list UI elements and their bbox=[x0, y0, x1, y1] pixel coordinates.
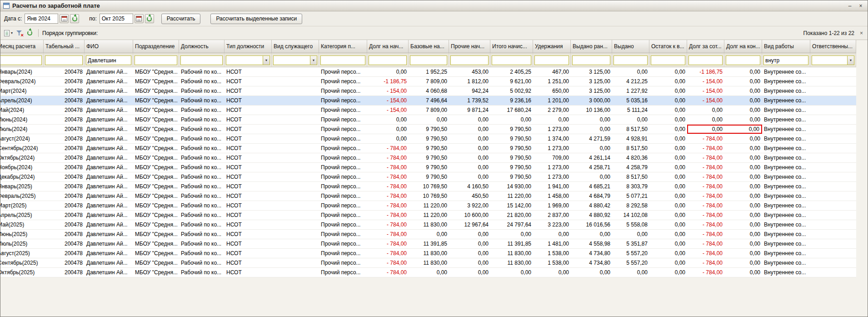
filter-select-employee_kind[interactable]: ▼ bbox=[273, 55, 317, 65]
filter-input-paid_earlier[interactable] bbox=[572, 55, 610, 65]
chevron-down-icon[interactable]: ▼ bbox=[263, 56, 269, 65]
column-header-debt_start[interactable]: Долг на нач... bbox=[367, 40, 409, 53]
refresh-button[interactable] bbox=[27, 30, 33, 36]
date-from-calendar-button[interactable] bbox=[60, 14, 69, 23]
refresh-icon bbox=[146, 16, 152, 22]
table-row[interactable]: Декабрь(2024)200478Давлетшин Ай...МБОУ "… bbox=[0, 172, 856, 182]
table-row[interactable]: Март(2024)200478Давлетшин Ай...МБОУ "Сре… bbox=[0, 86, 856, 96]
cell-responsible bbox=[810, 67, 856, 76]
column-header-other_accruals[interactable]: Прочие нач... bbox=[449, 40, 490, 53]
table-row[interactable]: Май(2024)200478Давлетшин Ай...МБОУ "Сред… bbox=[0, 106, 856, 115]
column-header-paid[interactable]: Выдано bbox=[612, 40, 649, 53]
table-row[interactable]: Февраль(2025)200478Давлетшин Ай...МБОУ "… bbox=[0, 191, 856, 201]
table-row[interactable]: Август(2025)200478Давлетшин Ай...МБОУ "С… bbox=[0, 249, 856, 258]
date-to-reset-button[interactable] bbox=[145, 14, 154, 23]
filter-input-withholdings[interactable] bbox=[534, 55, 569, 65]
chevron-down-icon[interactable]: ▼ bbox=[847, 56, 854, 65]
date-from-reset-button[interactable] bbox=[70, 14, 79, 23]
date-to-calendar-button[interactable] bbox=[135, 14, 144, 23]
column-header-department[interactable]: Подразделение bbox=[133, 40, 179, 53]
cell-withholdings: 1 273,00 bbox=[533, 163, 571, 172]
column-header-total_accrued[interactable]: Итого начис... bbox=[490, 40, 533, 53]
filter-select-responsible[interactable]: ▼ bbox=[812, 55, 854, 65]
table-row[interactable]: Март(2025)200478Давлетшин Ай...МБОУ "Сре… bbox=[0, 201, 856, 211]
cell-department: МБОУ "Средня... bbox=[133, 211, 179, 220]
chevron-down-icon[interactable]: ▼ bbox=[310, 56, 317, 65]
filter-input-tab_number[interactable] bbox=[45, 55, 83, 65]
filter-input-paid[interactable] bbox=[614, 55, 648, 65]
table-row[interactable]: Сентябрь(2025)200478Давлетшин Ай...МБОУ … bbox=[0, 258, 856, 268]
calculate-selected-button[interactable]: Рассчитать выделенные записи bbox=[210, 14, 302, 24]
cell-other_accruals: 0,00 bbox=[449, 230, 490, 239]
column-header-work_kind[interactable]: Вид работы bbox=[762, 40, 810, 53]
column-header-base_accruals[interactable]: Базовые на... bbox=[409, 40, 449, 53]
table-row[interactable]: Апрель(2024)200478Давлетшин Ай...МБОУ "С… bbox=[0, 96, 856, 106]
filter-input-debt_start[interactable] bbox=[369, 55, 407, 65]
close-icon[interactable]: × bbox=[860, 30, 863, 36]
filter-input-work_kind[interactable] bbox=[763, 55, 808, 65]
table-row[interactable]: Июль(2025)200478Давлетшин Ай...МБОУ "Сре… bbox=[0, 239, 856, 249]
cell-fio: Давлетшин Ай... bbox=[85, 106, 133, 115]
column-header-position_type[interactable]: Тип должности bbox=[224, 40, 272, 53]
clear-filter-button[interactable] bbox=[16, 30, 23, 36]
date-to-input[interactable] bbox=[100, 14, 133, 24]
table-row[interactable]: Октябрь(2024)200478Давлетшин Ай...МБОУ "… bbox=[0, 153, 856, 163]
cell-remainder: 0,00 bbox=[649, 134, 687, 143]
table-row[interactable]: Январь(2024)200478Давлетшин Ай...МБОУ "С… bbox=[0, 67, 856, 77]
column-header-position[interactable]: Должность bbox=[179, 40, 224, 53]
cell-work_kind: Внутреннее со... bbox=[762, 96, 810, 105]
table-row[interactable]: Июнь(2025)200478Давлетшин Ай...МБОУ "Сре… bbox=[0, 230, 856, 239]
filter-input-department[interactable] bbox=[135, 55, 177, 65]
table-row[interactable]: Февраль(2024)200478Давлетшин Ай...МБОУ "… bbox=[0, 77, 856, 86]
close-button[interactable]: × bbox=[857, 2, 865, 10]
cell-department: МБОУ "Средня... bbox=[133, 144, 179, 153]
cell-withholdings: 1 374,00 bbox=[533, 134, 571, 143]
filter-cell-paid_earlier bbox=[571, 53, 612, 67]
date-from-input[interactable] bbox=[25, 14, 58, 24]
table-row[interactable]: Апрель(2025)200478Давлетшин Ай...МБОУ "С… bbox=[0, 211, 856, 220]
column-header-debt_end[interactable]: Долг на кон... bbox=[724, 40, 762, 53]
chevron-down-icon[interactable]: ▾ bbox=[11, 31, 13, 35]
column-header-remainder[interactable]: Остаток к в... bbox=[649, 40, 687, 53]
cell-debt_start: 0,00 bbox=[367, 115, 409, 124]
calculate-button[interactable]: Рассчитать bbox=[161, 14, 201, 24]
filter-select-position_type[interactable]: ▼ bbox=[226, 55, 270, 65]
table-row[interactable]: Ноябрь(2024)200478Давлетшин Ай...МБОУ "С… bbox=[0, 163, 856, 172]
filter-input-month[interactable] bbox=[0, 55, 42, 65]
filter-input-debt_employee[interactable] bbox=[688, 55, 723, 65]
column-header-category[interactable]: Категория п... bbox=[319, 40, 367, 53]
column-header-fio[interactable]: ФИО bbox=[85, 40, 133, 53]
table-row[interactable]: Август(2024)200478Давлетшин Ай...МБОУ "С… bbox=[0, 134, 856, 144]
filter-input-debt_end[interactable] bbox=[726, 55, 760, 65]
cell-department: МБОУ "Средня... bbox=[133, 258, 179, 267]
column-header-withholdings[interactable]: Удержания bbox=[533, 40, 571, 53]
export-button[interactable]: ▾ bbox=[4, 30, 13, 36]
column-header-debt_employee[interactable]: Долг за сот... bbox=[687, 40, 724, 53]
cell-remainder: 0,00 bbox=[649, 86, 687, 96]
cell-total_accrued: 11 830,00 bbox=[490, 249, 533, 258]
filter-input-fio[interactable] bbox=[86, 55, 131, 65]
table-row[interactable]: Октябрь(2025)200478Давлетшин Ай...МБОУ "… bbox=[0, 268, 856, 277]
filter-input-total_accrued[interactable] bbox=[492, 55, 531, 65]
cell-category: Прочий персо... bbox=[319, 249, 367, 258]
filter-input-position[interactable] bbox=[180, 55, 223, 65]
minimize-button[interactable]: – bbox=[846, 2, 854, 10]
table-row[interactable]: Июнь(2024)200478Давлетшин Ай...МБОУ "Сре… bbox=[0, 115, 856, 125]
filter-input-remainder[interactable] bbox=[651, 55, 685, 65]
column-header-employee_kind[interactable]: Вид служащего bbox=[272, 40, 319, 53]
column-header-tab_number[interactable]: Табельный ... bbox=[44, 40, 85, 53]
column-header-month[interactable]: Месяц расчета bbox=[0, 40, 44, 53]
table-row[interactable]: Сентябрь(2024)200478Давлетшин Ай...МБОУ … bbox=[0, 144, 856, 153]
table-row[interactable]: Январь(2025)200478Давлетшин Ай...МБОУ "С… bbox=[0, 182, 856, 191]
column-header-responsible[interactable]: Ответственны... bbox=[810, 40, 856, 53]
cell-base_accruals: 9 790,50 bbox=[409, 172, 449, 181]
cell-position: Рабочий по ко... bbox=[179, 125, 224, 134]
table-row[interactable]: Май(2025)200478Давлетшин Ай...МБОУ "Сред… bbox=[0, 220, 856, 230]
filter-input-other_accruals[interactable] bbox=[450, 55, 489, 65]
cell-remainder: 0,00 bbox=[649, 144, 687, 153]
column-header-paid_earlier[interactable]: Выдано ран... bbox=[571, 40, 612, 53]
cell-paid_earlier: 3 000,00 bbox=[571, 96, 612, 105]
filter-input-base_accruals[interactable] bbox=[410, 55, 447, 65]
filter-input-category[interactable] bbox=[320, 55, 365, 65]
table-row[interactable]: Июль(2024)200478Давлетшин Ай...МБОУ "Сре… bbox=[0, 125, 856, 134]
